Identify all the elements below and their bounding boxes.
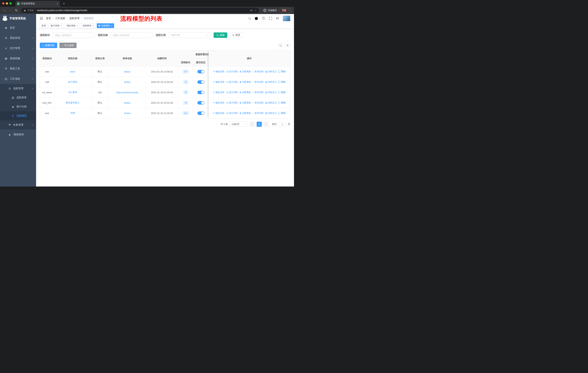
page-size-select[interactable]: 10条/页 — [230, 122, 248, 127]
font-size-icon[interactable]: TT — [276, 17, 279, 20]
sidebar-item-user-group[interactable]: ☻ 用户分组 — [0, 102, 36, 111]
reset-button[interactable]: ↻ 重置 — [230, 32, 243, 38]
publish-process-link[interactable]: ☝发布流程 — [253, 101, 263, 104]
close-window-button[interactable] — [2, 2, 4, 5]
publish-process-link[interactable]: ☝发布流程 — [253, 112, 263, 115]
publish-process-link[interactable]: ☝发布流程 — [253, 81, 263, 84]
publish-process-link[interactable]: ☝发布流程 — [253, 91, 263, 94]
form-info-link[interactable]: /bpm/oa/leave/create — [109, 87, 146, 98]
zoom-window-button[interactable] — [10, 2, 12, 5]
create-process-button[interactable]: + 新建流程 — [40, 43, 57, 48]
fullscreen-icon[interactable] — [269, 17, 272, 20]
form-info-link[interactable]: biubiu — [109, 98, 146, 108]
design-process-link[interactable]: ◎设计流程 — [226, 112, 238, 115]
user-avatar[interactable] — [283, 15, 290, 21]
version-badge[interactable]: v21 — [182, 111, 189, 115]
tab-close-icon[interactable]: × — [57, 2, 58, 5]
process-name-link[interactable]: OA 请假 — [54, 87, 91, 98]
form-info-link[interactable]: biubiu — [109, 77, 146, 87]
delete-link[interactable]: 删除 — [279, 91, 286, 94]
assign-rule-link[interactable]: ♟分配规则 — [239, 101, 251, 104]
process-definition-link[interactable]: ▤流程定义 — [265, 81, 277, 84]
back-button[interactable]: ← — [2, 9, 7, 12]
tag-my-process[interactable]: 我的流程 × — [65, 23, 80, 28]
prev-page-button[interactable]: ‹ — [250, 122, 255, 127]
assign-rule-link[interactable]: ♟分配规则 — [239, 70, 251, 73]
sidebar-item-task-management[interactable]: ⚑ 任务管理 — [0, 120, 36, 130]
tag-tenant[interactable]: 租户管理 × — [49, 23, 64, 28]
edit-process-link[interactable]: ✎修改流程 — [213, 70, 225, 73]
tag-home[interactable]: 首页 — [40, 23, 48, 28]
edit-process-link[interactable]: ✎修改流程 — [213, 101, 225, 104]
tag-process-model[interactable]: 流程模型 × — [97, 23, 114, 28]
process-key-input[interactable] — [52, 32, 94, 38]
assign-rule-link[interactable]: ♟分配规则 — [239, 112, 251, 115]
security-label[interactable]: 不安全 — [27, 9, 34, 12]
new-tab-button[interactable]: + — [63, 2, 65, 6]
next-page-button[interactable]: › — [263, 122, 269, 127]
sidebar-item-process-management[interactable]: ≣ 流程管理 — [0, 84, 36, 93]
close-icon[interactable]: × — [92, 24, 94, 27]
close-icon[interactable]: × — [61, 24, 62, 27]
sidebar-item-system[interactable]: ⚙ 系统管理 — [0, 33, 36, 43]
tag-process-form[interactable]: 流程表单 × — [81, 23, 96, 28]
status-toggle[interactable] — [197, 111, 204, 115]
help-icon[interactable]: ? — [262, 17, 265, 20]
status-toggle[interactable] — [197, 80, 204, 84]
delete-link[interactable]: 删除 — [279, 112, 286, 115]
assign-rule-link[interactable]: ♟分配规则 — [239, 81, 251, 84]
sidebar-item-infrastructure[interactable]: ▣ 基础设施 — [0, 53, 36, 64]
publish-process-link[interactable]: ☝发布流程 — [253, 70, 263, 73]
browser-tab[interactable]: 芋道管理系统 × — [15, 1, 60, 7]
close-icon[interactable]: × — [111, 24, 113, 27]
import-process-button[interactable]: ↑ 导入流程 — [59, 43, 77, 48]
form-info-link[interactable]: biubiu — [109, 108, 146, 118]
delete-link[interactable]: 删除 — [279, 101, 286, 104]
edit-process-link[interactable]: ✎修改流程 — [213, 91, 225, 94]
design-process-link[interactable]: ◎设计流程 — [226, 101, 238, 104]
breadcrumb-item[interactable]: 首页 — [46, 17, 51, 20]
close-icon[interactable]: × — [77, 24, 78, 27]
url-text[interactable]: dashboard.yudao.iocoder.cn/bpm/manager/m… — [37, 9, 248, 12]
sidebar-item-devtools[interactable]: ⚒ 研发工具 — [0, 64, 36, 74]
status-toggle[interactable] — [197, 91, 204, 94]
breadcrumb-item[interactable]: 流程管理 — [69, 17, 79, 20]
edit-process-link[interactable]: ✎修改流程 — [213, 112, 225, 115]
goto-page-input[interactable] — [279, 122, 286, 127]
address-bar[interactable]: 不安全 dashboard.yudao.iocoder.cn/bpm/manag… — [21, 8, 259, 13]
search-button[interactable]: 搜索 — [214, 32, 227, 38]
design-process-link[interactable]: ◎设计流程 — [226, 81, 238, 84]
category-select[interactable]: 流程分类 — [168, 32, 210, 38]
sidebar-item-leave-query[interactable]: ☻ 请假查询 — [0, 130, 36, 140]
password-key-icon[interactable] — [250, 9, 253, 12]
form-info-link[interactable]: biubiu — [109, 67, 146, 77]
sidebar-item-process-model[interactable]: ✈ 流程模型 — [0, 111, 36, 120]
toggle-search-button[interactable] — [278, 43, 283, 48]
sidebar-item-payment[interactable]: ¥ 支付管理 — [0, 43, 36, 53]
version-badge[interactable]: v17 — [182, 70, 189, 74]
edit-process-link[interactable]: ✎修改流程 — [213, 81, 225, 84]
sidebar-toggle-icon[interactable] — [40, 17, 43, 20]
version-badge[interactable]: v5 — [183, 90, 188, 94]
browser-menu-icon[interactable]: ⋮ — [288, 9, 290, 12]
search-icon[interactable] — [248, 17, 251, 20]
reload-button[interactable]: ↻ — [14, 9, 19, 12]
assign-rule-link[interactable]: ♟分配规则 — [239, 91, 251, 94]
version-badge[interactable]: v2 — [183, 80, 188, 84]
forward-button[interactable]: → — [8, 9, 13, 12]
sidebar-item-process-form[interactable]: ▥ 流程表单 — [0, 93, 36, 102]
version-badge[interactable]: v4 — [183, 101, 188, 105]
process-name-link[interactable]: 测试多审批人 — [54, 98, 91, 108]
process-name-link[interactable]: 自己审批 — [54, 77, 91, 87]
github-icon[interactable] — [255, 17, 258, 20]
sidebar-item-workflow[interactable]: ▤ 工作流程 — [0, 74, 36, 84]
current-page[interactable]: 1 — [257, 122, 262, 127]
process-definition-link[interactable]: ▤流程定义 — [265, 101, 277, 104]
refresh-table-button[interactable]: ↻ — [285, 43, 290, 48]
process-name-link[interactable]: eeee — [54, 67, 91, 77]
bookmark-star-icon[interactable]: ☆ — [254, 9, 257, 12]
update-chip[interactable]: 更新 ⋮ — [279, 8, 292, 13]
process-definition-link[interactable]: ▤流程定义 — [265, 91, 277, 94]
design-process-link[interactable]: ◎设计流程 — [226, 70, 238, 73]
minimize-window-button[interactable] — [6, 2, 8, 5]
